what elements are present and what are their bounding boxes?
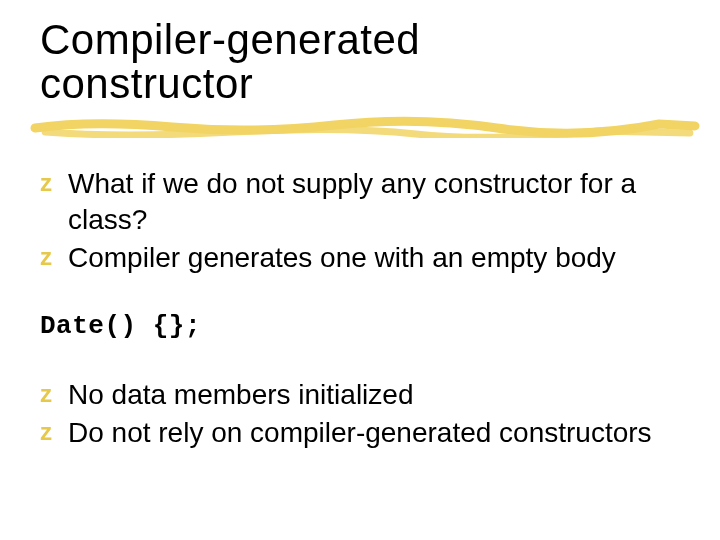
title-line-2: constructor [40,60,253,107]
bullet-glyph-icon: z [40,168,52,199]
bullet-text: Do not rely on compiler-generated constr… [68,417,652,448]
bullet-group-2: z No data members initialized z Do not r… [40,377,690,451]
bullet-item: z No data members initialized [40,377,690,413]
bullet-group-1: z What if we do not supply any construct… [40,166,690,275]
title-underline [30,114,700,138]
bullet-item: z What if we do not supply any construct… [40,166,690,238]
bullet-item: z Compiler generates one with an empty b… [40,240,690,276]
bullet-glyph-icon: z [40,417,52,448]
bullet-glyph-icon: z [40,379,52,410]
bullet-text: Compiler generates one with an empty bod… [68,242,616,273]
code-sample: Date() {}; [40,310,690,343]
slide-body: z What if we do not supply any construct… [40,166,690,450]
bullet-item: z Do not rely on compiler-generated cons… [40,415,690,451]
bullet-text: What if we do not supply any constructor… [68,168,636,235]
slide: Compiler-generated constructor z What if… [0,0,720,540]
slide-title: Compiler-generated constructor [40,18,690,106]
title-line-1: Compiler-generated [40,16,420,63]
bullet-glyph-icon: z [40,242,52,273]
bullet-text: No data members initialized [68,379,414,410]
